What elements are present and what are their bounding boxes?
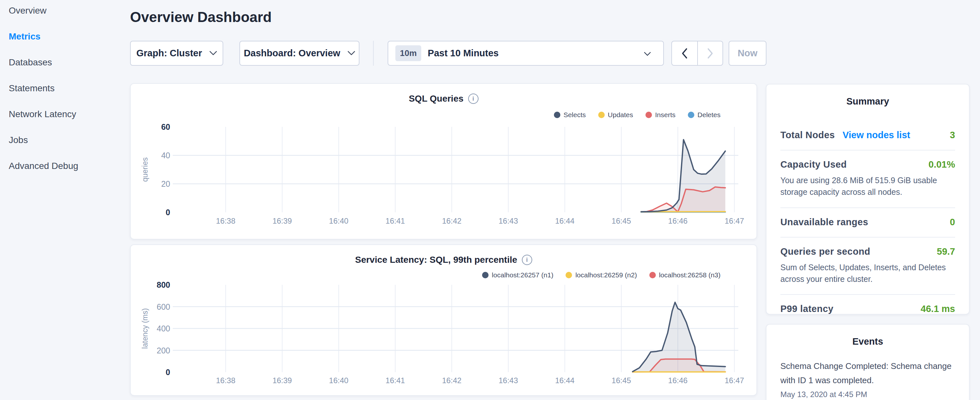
capacity-used-row: Capacity Used 0.01% You are using 28.6 M…: [780, 150, 955, 208]
p99-latency-row: P99 latency 46.1 ms: [780, 295, 955, 324]
chevron-down-icon: [209, 51, 217, 56]
sql-queries-chart-card: SQL Queries i SelectsUpdatesInsertsDelet…: [130, 83, 757, 239]
svg-text:16:47: 16:47: [725, 217, 744, 225]
chart-title-row: Service Latency: SQL, 99th percentile i: [131, 255, 756, 265]
svg-text:latency (ms): latency (ms): [141, 308, 149, 349]
svg-text:16:41: 16:41: [386, 217, 405, 225]
info-icon[interactable]: i: [522, 255, 532, 265]
summary-panel: Summary Total Nodes View nodes list 3 Ca…: [766, 84, 970, 315]
capacity-used-description: You are using 28.6 MiB of 515.9 GiB usab…: [780, 174, 955, 198]
summary-rows: Total Nodes View nodes list 3 Capacity U…: [767, 121, 969, 324]
chevron-down-icon: [644, 52, 651, 56]
sidebar-item-statements[interactable]: Statements: [9, 83, 129, 93]
svg-text:200: 200: [157, 346, 170, 355]
svg-text:16:45: 16:45: [611, 217, 631, 225]
svg-text:60: 60: [161, 122, 170, 131]
chevron-right-icon: [707, 48, 713, 59]
dashboard-dropdown-label: Dashboard: Overview: [243, 48, 340, 59]
chevron-down-icon: [347, 51, 355, 56]
chevron-left-icon: [681, 48, 688, 59]
time-range-selector[interactable]: 10m Past 10 Minutes: [388, 41, 664, 66]
time-step-buttons: [671, 41, 723, 66]
service-latency-chart-plot[interactable]: 800600400200016:3816:3916:4016:4116:4216…: [131, 276, 758, 397]
svg-text:16:39: 16:39: [272, 376, 292, 385]
svg-text:0: 0: [165, 208, 170, 217]
svg-text:16:38: 16:38: [216, 217, 235, 225]
controls-bar: Graph: Cluster Dashboard: Overview 10m P…: [0, 41, 980, 66]
svg-text:16:43: 16:43: [499, 376, 518, 385]
total-nodes-row: Total Nodes View nodes list 3: [780, 121, 955, 150]
svg-text:16:42: 16:42: [442, 217, 461, 225]
svg-text:16:46: 16:46: [668, 376, 687, 385]
queries-per-second-label: Queries per second: [780, 246, 870, 257]
total-nodes-value: 3: [950, 130, 955, 140]
unavailable-ranges-row: Unavailable ranges 0: [780, 208, 955, 237]
queries-per-second-row: Queries per second 59.7 Sum of Selects, …: [780, 237, 955, 295]
sidebar-item-jobs[interactable]: Jobs: [9, 135, 129, 145]
chart-title: SQL Queries: [409, 94, 463, 104]
svg-text:16:46: 16:46: [668, 217, 687, 225]
svg-text:40: 40: [161, 151, 170, 160]
page-title: Overview Dashboard: [130, 9, 272, 25]
svg-text:16:47: 16:47: [725, 376, 744, 385]
sidebar-item-metrics[interactable]: Metrics: [9, 32, 129, 41]
sidebar-item-network-latency[interactable]: Network Latency: [9, 109, 129, 119]
event-list-item[interactable]: Schema Change Completed: Schema change w…: [767, 359, 969, 399]
time-back-button[interactable]: [672, 41, 697, 66]
graph-dropdown[interactable]: Graph: Cluster: [130, 41, 223, 66]
summary-heading: Summary: [767, 84, 969, 107]
unavailable-ranges-label: Unavailable ranges: [780, 217, 869, 228]
service-latency-chart-card: Service Latency: SQL, 99th percentile i …: [130, 244, 757, 396]
p99-latency-value: 46.1 ms: [921, 304, 955, 314]
queries-per-second-value: 59.7: [937, 246, 955, 257]
svg-text:16:39: 16:39: [272, 217, 292, 225]
capacity-used-value: 0.01%: [929, 159, 955, 170]
svg-text:16:44: 16:44: [555, 376, 574, 385]
sql-queries-chart-plot[interactable]: 604020016:3816:3916:4016:4116:4216:4316:…: [131, 116, 758, 240]
time-range-badge: 10m: [395, 45, 421, 61]
sidebar-item-overview[interactable]: Overview: [9, 6, 129, 16]
svg-text:800: 800: [157, 280, 170, 289]
svg-text:400: 400: [157, 324, 170, 333]
event-timestamp: May 13, 2020 at 4:45 PM: [780, 390, 955, 399]
now-button[interactable]: Now: [729, 41, 767, 66]
chart-title-row: SQL Queries i: [131, 94, 756, 104]
event-text: Schema Change Completed: Schema change w…: [780, 359, 955, 387]
queries-per-second-description: Sum of Selects, Updates, Inserts, and De…: [780, 261, 955, 285]
events-heading: Events: [767, 325, 969, 347]
svg-text:16:38: 16:38: [216, 376, 235, 385]
graph-dropdown-label: Graph: Cluster: [136, 48, 202, 59]
info-icon[interactable]: i: [468, 94, 479, 104]
svg-text:600: 600: [157, 302, 170, 311]
svg-text:0: 0: [165, 368, 170, 377]
time-forward-button[interactable]: [697, 41, 722, 66]
unavailable-ranges-value: 0: [950, 217, 955, 228]
svg-text:16:43: 16:43: [499, 217, 518, 225]
svg-text:16:40: 16:40: [329, 376, 348, 385]
events-panel: Events Schema Change Completed: Schema c…: [766, 324, 970, 400]
controls-divider: [373, 41, 374, 66]
svg-text:16:44: 16:44: [555, 217, 574, 225]
capacity-used-label: Capacity Used: [780, 159, 847, 170]
time-range-label: Past 10 Minutes: [428, 48, 499, 59]
now-button-label: Now: [729, 48, 766, 59]
view-nodes-list-link[interactable]: View nodes list: [843, 130, 910, 140]
p99-latency-label: P99 latency: [780, 304, 834, 314]
total-nodes-label: Total Nodes: [780, 130, 835, 140]
svg-text:16:40: 16:40: [329, 217, 348, 225]
dashboard-dropdown[interactable]: Dashboard: Overview: [239, 41, 360, 66]
svg-text:16:45: 16:45: [611, 376, 631, 385]
svg-text:20: 20: [161, 179, 170, 188]
chart-title: Service Latency: SQL, 99th percentile: [355, 255, 517, 265]
svg-text:queries: queries: [141, 157, 149, 182]
sidebar-item-advanced-debug[interactable]: Advanced Debug: [9, 161, 129, 171]
svg-text:16:41: 16:41: [386, 376, 405, 385]
svg-text:16:42: 16:42: [442, 376, 461, 385]
